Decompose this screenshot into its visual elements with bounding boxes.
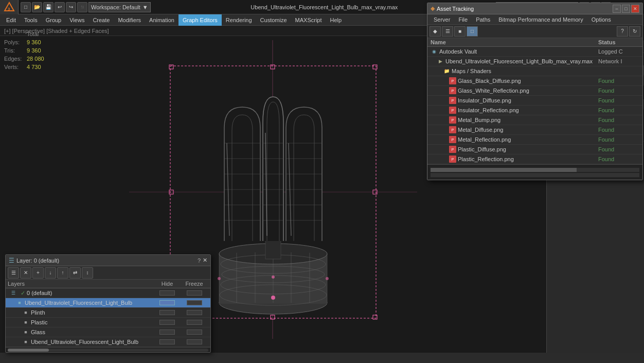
asset-menu-paths[interactable]: Paths: [472, 14, 494, 25]
png-icon-7: P: [449, 136, 456, 143]
asset-menu-server[interactable]: Server: [430, 14, 454, 25]
workspace-label: Workspace: Default: [91, 4, 140, 10]
asset-row-vault[interactable]: ◉ Autodesk Vault Logged C: [427, 47, 642, 57]
menu-views[interactable]: Views: [65, 14, 88, 26]
asset-name-file: Ubend_Ultraviolet_Fluorescent_Light_Bulb…: [445, 58, 598, 64]
save-btn[interactable]: 💾: [43, 2, 53, 12]
menu-maxscript[interactable]: MAXScript: [291, 14, 326, 26]
workspace-dropdown[interactable]: Workspace: Default ▼: [88, 2, 151, 12]
asset-name-png4: Insulator_Reflection.png: [458, 107, 598, 113]
layer-item-ubend[interactable]: ■ Ubend_Ultraviolet_Fluorescent_Light_Bu…: [6, 298, 210, 308]
asset-scroll-thumb: [431, 168, 577, 172]
layers-tb-7[interactable]: ↕: [82, 267, 93, 279]
asset-title-left: ◆ Asset Tracking: [431, 5, 474, 12]
asset-row-png-8[interactable]: P Plastic_Diffuse.png Found: [427, 145, 642, 154]
asset-status-png6: Found: [598, 127, 639, 133]
placeholder-btn[interactable]: ◾: [77, 2, 87, 12]
asset-tb-4[interactable]: □: [467, 26, 478, 37]
layer-item-plastic[interactable]: ■ Plastic: [6, 318, 210, 327]
layer-hide-ubend2: [154, 339, 180, 344]
menu-help[interactable]: Help: [326, 14, 346, 26]
asset-row-png-6[interactable]: P Metal_Diffuse.png Found: [427, 125, 642, 135]
layer-item-ubend2[interactable]: ■ Ubend_Ultraviolet_Fluorescent_Light_Bu…: [6, 337, 210, 347]
menu-graph-editors[interactable]: Graph Editors: [178, 14, 222, 26]
menu-group[interactable]: Group: [42, 14, 66, 26]
layer-freeze-ubend: [180, 300, 208, 305]
app-logo: 3: [0, 0, 19, 14]
asset-row-png-4[interactable]: P Insulator_Reflection.png Found: [427, 106, 642, 115]
menu-modifiers[interactable]: Modifiers: [114, 14, 145, 26]
col-asset-name: Name: [431, 39, 598, 45]
layers-toolbar: ☰ ✕ + ↓ ↑ ⇄ ↕: [6, 266, 210, 280]
asset-status-vault: Logged C: [598, 48, 639, 55]
layers-title-left: ☰ Layer: 0 (default): [9, 257, 59, 264]
layers-titlebar: ☰ Layer: 0 (default) ? ✕: [6, 255, 210, 266]
menu-tools[interactable]: Tools: [20, 14, 42, 26]
asset-minimize-btn[interactable]: –: [613, 5, 621, 13]
layers-close-icon[interactable]: ✕: [203, 257, 207, 264]
layer-item-plinth[interactable]: ■ Plinth: [6, 308, 210, 318]
layer-item-glass[interactable]: ■ Glass: [6, 327, 210, 337]
png-icon-3: P: [449, 97, 456, 104]
menu-animation[interactable]: Animation: [145, 14, 178, 26]
asset-tb-2[interactable]: ☰: [442, 26, 453, 37]
asset-tb-help[interactable]: ?: [617, 26, 628, 37]
redo-btn[interactable]: ↪: [66, 2, 76, 12]
layer-scrollbar[interactable]: [6, 347, 210, 352]
svg-point-29: [218, 277, 221, 280]
menu-edit[interactable]: Edit: [2, 14, 20, 26]
layer-hide-plinth: [154, 310, 180, 315]
asset-tb-refresh[interactable]: ↻: [629, 26, 640, 37]
layers-tb-2[interactable]: ✕: [20, 267, 31, 279]
layers-tb-1[interactable]: ☰: [8, 267, 19, 279]
file-icon: ▶: [437, 58, 444, 65]
menu-rendering[interactable]: Rendering: [222, 14, 256, 26]
layers-tb-5[interactable]: ↑: [57, 267, 68, 279]
asset-toolbar-right: ? ↻: [617, 26, 640, 37]
verts-label: Verts:: [4, 63, 25, 71]
layers-icon: ☰: [9, 257, 14, 264]
asset-status-png5: Found: [598, 117, 639, 123]
asset-name-maps: Maps / Shaders: [452, 68, 598, 74]
layers-question[interactable]: ?: [198, 257, 201, 264]
asset-tb-3[interactable]: ■: [454, 26, 466, 37]
layers-tb-6[interactable]: ⇄: [69, 267, 81, 279]
asset-name-png5: Metal_Bump.png: [458, 117, 598, 123]
asset-menu-options[interactable]: Options: [587, 14, 615, 25]
edges-label: Edges:: [4, 55, 25, 63]
svg-point-28: [272, 275, 275, 279]
asset-toolbar-left: ◆ ☰ ■ □: [430, 26, 478, 37]
asset-row-png-5[interactable]: P Metal_Bump.png Found: [427, 115, 642, 125]
asset-status-png8: Found: [598, 146, 639, 152]
asset-bottom-scrollbar[interactable]: [431, 168, 639, 172]
asset-menu-file[interactable]: File: [454, 14, 472, 25]
open-btn[interactable]: 📂: [32, 2, 42, 12]
asset-menu-bitmap[interactable]: Bitmap Performance and Memory: [494, 14, 587, 25]
layers-tb-3[interactable]: +: [32, 267, 44, 279]
asset-row-png-2[interactable]: P Glass_White_Reflection.png Found: [427, 86, 642, 96]
undo-btn[interactable]: ↩: [55, 2, 65, 12]
asset-row-png-1[interactable]: P Glass_Black_Diffuse.png Found: [427, 76, 642, 86]
layer-item-default[interactable]: ☰ ✓ 0 (default): [6, 288, 210, 298]
layer-obj-icon-ubend2: ■: [22, 338, 29, 345]
asset-maximize-btn[interactable]: □: [622, 5, 630, 13]
asset-bottom-bar-2[interactable]: [431, 173, 639, 177]
menu-create[interactable]: Create: [88, 14, 114, 26]
asset-row-png-7[interactable]: P Metal_Reflection.png Found: [427, 135, 642, 145]
new-btn[interactable]: □: [21, 2, 31, 12]
asset-row-maps[interactable]: 📁 Maps / Shaders: [427, 66, 642, 76]
col-asset-status: Status: [598, 39, 639, 45]
asset-close-btn[interactable]: ✕: [631, 5, 639, 13]
asset-tb-1[interactable]: ◆: [430, 26, 441, 37]
asset-row-file[interactable]: ▶ Ubend_Ultraviolet_Fluorescent_Light_Bu…: [427, 57, 642, 66]
png-icon-1: P: [449, 77, 456, 84]
asset-name-png1: Glass_Black_Diffuse.png: [458, 78, 598, 84]
asset-row-png-3[interactable]: P Insulator_Diffuse.png Found: [427, 96, 642, 106]
layer-hide-plastic: [154, 320, 180, 325]
menu-customize[interactable]: Customize: [256, 14, 291, 26]
layer-name-plinth: Plinth: [31, 309, 146, 316]
layers-tb-4[interactable]: ↓: [45, 267, 56, 279]
layer-freeze-glass: [180, 330, 208, 335]
asset-row-png-9[interactable]: P Plastic_Reflection.png Found: [427, 154, 642, 164]
tris-value: 9 360: [27, 46, 41, 55]
